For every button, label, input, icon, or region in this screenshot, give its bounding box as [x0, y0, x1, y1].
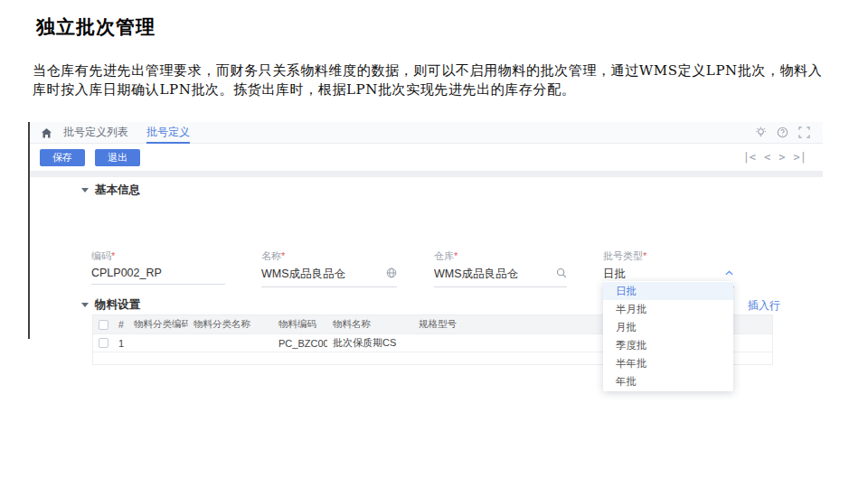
field-code: 编码* CPLP002_RP — [91, 249, 225, 285]
dropdown-option-half-month[interactable]: 半月批 — [603, 300, 733, 318]
field-name-label: 名称* — [261, 249, 397, 263]
select-all-checkbox-cell — [93, 320, 113, 330]
tab-bar: 批号定义列表 批号定义 — [30, 122, 823, 144]
column-header-item-name: 物料名称 — [327, 318, 413, 331]
field-code-label: 编码* — [91, 249, 225, 263]
chevron-up-icon[interactable] — [724, 268, 734, 281]
field-name: 名称* WMS成品良品仓 — [261, 249, 397, 287]
row-index: 1 — [113, 338, 128, 349]
row-checkbox-cell — [93, 338, 113, 348]
bulb-icon[interactable] — [755, 127, 767, 138]
section-material-settings-title: 物料设置 — [95, 297, 140, 313]
dropdown-option-half-year[interactable]: 半年批 — [603, 354, 733, 372]
toolbar: 保存 退出 |< < > >| — [30, 144, 823, 171]
field-batch-type-value: 日批 — [603, 267, 626, 282]
dropdown-option-quarterly[interactable]: 季度批 — [603, 336, 733, 354]
batch-type-dropdown: 日批 半月批 月批 季度批 半年批 年批 — [603, 281, 733, 391]
globe-icon[interactable] — [386, 267, 397, 281]
field-warehouse: 仓库* WMS成品良品仓 — [434, 249, 567, 287]
app-screenshot: 批号定义列表 批号定义 保存 退出 |< < — [28, 122, 823, 339]
section-basic-info[interactable]: 基本信息 — [81, 183, 140, 198]
content-area: 基本信息 编码* CPLP002_RP 名称* WMS成品良品仓 — [30, 177, 823, 339]
pagination-prev-icon[interactable]: < — [764, 151, 770, 164]
cell-item-name: 批次保质期CS — [327, 336, 413, 350]
slide-body-text: 当仓库有先进先出管理要求，而财务只关系物料维度的数据，则可以不启用物料的批次管理… — [33, 61, 823, 99]
field-name-label-text: 名称 — [261, 250, 281, 261]
field-warehouse-input[interactable]: WMS成品良品仓 — [434, 267, 567, 287]
field-code-value: CPLP002_RP — [91, 267, 162, 279]
field-name-input[interactable]: WMS成品良品仓 — [261, 267, 397, 287]
insert-row-link[interactable]: 插入行 — [748, 298, 780, 314]
select-all-checkbox[interactable] — [99, 320, 108, 330]
field-warehouse-label: 仓库* — [434, 249, 567, 263]
pagination: |< < > >| — [743, 151, 807, 164]
collapse-triangle-icon — [81, 188, 89, 192]
row-checkbox[interactable] — [99, 338, 108, 348]
tab-batch-definition-list[interactable]: 批号定义列表 — [63, 122, 128, 144]
column-header-category-code: 物料分类编码 — [128, 318, 188, 331]
required-mark: * — [454, 250, 458, 261]
search-icon[interactable] — [556, 267, 567, 281]
dropdown-option-monthly[interactable]: 月批 — [603, 318, 733, 336]
pagination-last-icon[interactable]: >| — [794, 151, 807, 164]
pagination-first-icon[interactable]: |< — [743, 151, 756, 164]
field-warehouse-label-text: 仓库 — [434, 250, 454, 261]
tab-batch-definition[interactable]: 批号定义 — [146, 122, 190, 144]
required-mark: * — [643, 250, 646, 261]
field-batch-type-label: 批号类型* — [603, 249, 734, 263]
section-material-settings[interactable]: 物料设置 — [81, 297, 140, 313]
help-icon[interactable] — [777, 127, 788, 138]
required-mark: * — [111, 250, 115, 261]
fullscreen-icon[interactable] — [798, 127, 810, 138]
pagination-next-icon[interactable]: > — [778, 151, 785, 164]
field-code-input[interactable]: CPLP002_RP — [91, 267, 225, 285]
dropdown-option-daily[interactable]: 日批 — [603, 282, 733, 300]
cell-item-code: PC_BZC001 — [273, 338, 327, 349]
page-title: 独立批次管理 — [36, 14, 156, 40]
section-basic-info-title: 基本信息 — [95, 183, 140, 198]
exit-button[interactable]: 退出 — [95, 149, 140, 166]
home-icon[interactable] — [41, 127, 52, 138]
header-icon-group — [755, 127, 810, 138]
column-header-item-code: 物料编码 — [273, 318, 327, 331]
field-name-value: WMS成品良品仓 — [261, 267, 345, 282]
section-divider — [30, 171, 823, 177]
column-header-index: # — [113, 319, 128, 330]
field-batch-type-label-text: 批号类型 — [603, 250, 643, 261]
field-code-label-text: 编码 — [91, 250, 111, 261]
collapse-triangle-icon — [81, 303, 89, 307]
save-button[interactable]: 保存 — [40, 149, 85, 166]
field-warehouse-value: WMS成品良品仓 — [434, 267, 518, 282]
column-header-category-name: 物料分类名称 — [188, 318, 273, 331]
required-mark: * — [281, 250, 285, 261]
dropdown-option-yearly[interactable]: 年批 — [603, 372, 733, 390]
